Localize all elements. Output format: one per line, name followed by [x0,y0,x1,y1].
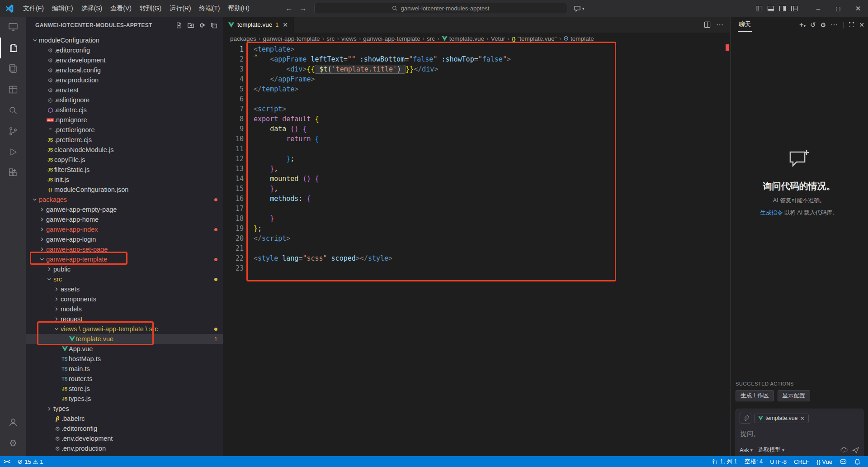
tree-row[interactable]: ⚙.env.production [26,443,223,453]
line-number[interactable]: 15 [223,184,244,194]
more-actions-icon[interactable]: ⋯ [716,20,724,29]
line-number[interactable]: 2 [223,54,244,64]
menu-help[interactable]: 帮助(H) [224,3,253,14]
copilot-icon[interactable] [836,456,850,467]
collapse-all-icon[interactable] [209,20,219,30]
menu-selection[interactable]: 选择(S) [77,3,107,14]
tree-row[interactable]: ganwei-app-empty-page [26,205,223,214]
menu-run[interactable]: 运行(R) [165,3,195,14]
command-center-search[interactable]: ganwei-iotcenter-modules-apptest [314,3,567,14]
tree-row[interactable]: types [26,404,223,414]
menu-file[interactable]: 文件(F) [19,3,48,14]
maximize-button[interactable]: ▢ [828,0,848,17]
tree-row[interactable]: TSmain.ts [26,364,223,374]
tree-row[interactable]: .eslintrc.cjs [26,105,223,115]
line-number[interactable]: 9 [223,124,244,134]
tree-row[interactable]: ganwei-app-login [26,234,223,244]
tree-row[interactable]: β.babelrc [26,414,223,424]
attached-file-chip[interactable]: template.vue ✕ [754,414,809,423]
notifications-bell-icon[interactable] [850,456,864,467]
tree-row[interactable]: ≡.prettierignore [26,125,223,135]
clipboard-icon[interactable] [0,58,26,79]
tab-close-icon[interactable]: ✕ [283,21,288,29]
tree-row[interactable]: public [26,264,223,274]
history-icon[interactable]: ↺ [810,21,816,29]
maximize-panel-icon[interactable] [849,22,854,28]
menu-terminal[interactable]: 终端(T) [195,3,224,14]
menu-view[interactable]: 查看(V) [106,3,136,14]
toggle-secondary-sidebar-icon[interactable] [777,3,788,14]
model-selector[interactable]: 选取模型▾ [758,446,784,454]
tree-row[interactable]: ganwei-app-home [26,214,223,224]
line-number[interactable]: 22 [223,253,244,263]
new-file-icon[interactable] [174,20,184,30]
menu-go[interactable]: 转到(G) [136,3,165,14]
gear-icon[interactable]: ⚙ [821,21,826,29]
cursor-position[interactable]: 行 1, 列 1 [709,456,741,467]
tree-row[interactable]: packages [26,195,223,205]
tree-row[interactable]: ⚙.env.production [26,75,223,85]
breadcrumb-item[interactable]: views [341,35,357,42]
line-number[interactable]: 12 [223,154,244,164]
account-icon[interactable] [0,412,26,433]
tree-row[interactable]: ⚙.editorconfig [26,424,223,434]
chat-input-box[interactable]: template.vue ✕ 提问。 Ask▾ 选取模型▾ [736,409,863,458]
explorer-icon[interactable] [0,38,26,58]
split-editor-icon[interactable] [704,21,711,28]
tree-row[interactable]: ⚙.env.local.config [26,65,223,75]
tree-row[interactable]: views \ ganwei-app-template \ src [26,324,223,334]
tree-row[interactable]: ganwei-app-set-page [26,244,223,254]
tree-row[interactable]: App.vue [26,344,223,354]
tab-template-vue[interactable]: template.vue 1 ✕ [223,17,294,33]
menu-edit[interactable]: 编辑(E) [48,3,77,14]
manage-gear-icon[interactable]: ⚙ [0,433,26,453]
tree-row[interactable]: ◎.eslintignore [26,95,223,105]
tree-row[interactable]: ⚙.env.test [26,85,223,95]
line-number[interactable]: 3 [223,64,244,74]
encoding[interactable]: UTF-8 [766,456,790,467]
close-button[interactable]: ✕ [848,0,868,17]
tree-row[interactable]: models [26,304,223,314]
tree-row[interactable]: JSfilterStatic.js [26,165,223,175]
tree-row[interactable]: components [26,294,223,304]
line-number[interactable]: 16 [223,194,244,204]
toggle-panel-icon[interactable] [765,3,777,14]
breadcrumb-item[interactable]: {}"template.vue" [512,35,557,42]
tree-row[interactable]: JSstore.js [26,384,223,394]
extensions-icon[interactable] [0,162,26,183]
remote-indicator[interactable]: >< [0,456,14,467]
chip-close-icon[interactable]: ✕ [800,415,805,422]
forward-icon[interactable]: → [299,4,307,13]
code-editor[interactable]: 1<template>2 <appFrame leftText="" :show… [223,44,724,456]
breadcrumb-item[interactable]: template [563,35,594,42]
tree-row[interactable]: JStypes.js [26,394,223,404]
remote-explorer-icon[interactable] [0,17,26,38]
tree-row[interactable]: {}moduleConfiguration.json [26,185,223,195]
source-control-icon[interactable] [0,121,26,142]
line-number[interactable]: 5 [223,84,244,94]
line-number[interactable]: 1 [223,44,244,54]
tree-row[interactable]: assets [26,284,223,294]
generate-instructions-link[interactable]: 生成指令 [760,210,783,216]
copilot-menu-icon[interactable]: ▾ [574,5,585,12]
line-number[interactable]: 20 [223,234,244,243]
line-number[interactable]: 18 [223,214,244,224]
tree-row[interactable]: ganwei-app-index [26,224,223,234]
breadcrumb-item[interactable]: ganwei-app-template [363,35,420,42]
tree-row[interactable]: src [26,274,223,284]
line-number[interactable]: 7 [223,104,244,114]
editor-scrollbar[interactable] [724,44,730,456]
attach-icon[interactable] [740,413,751,424]
refresh-icon[interactable]: ⟳ [198,20,208,30]
indentation[interactable]: 空格: 4 [741,456,766,467]
line-number[interactable]: 13 [223,164,244,174]
more-icon[interactable]: ⋯ [830,20,838,29]
voice-chat-icon[interactable] [840,447,848,454]
back-icon[interactable]: ← [285,4,293,13]
close-panel-icon[interactable]: ✕ [859,21,864,29]
tree-row[interactable]: template.vue1 [26,334,223,344]
line-number[interactable]: 11 [223,144,244,154]
new-chat-icon[interactable]: +▾ [799,21,806,29]
breadcrumb-item[interactable]: Vetur [491,35,505,42]
line-number[interactable]: 21 [223,243,244,253]
